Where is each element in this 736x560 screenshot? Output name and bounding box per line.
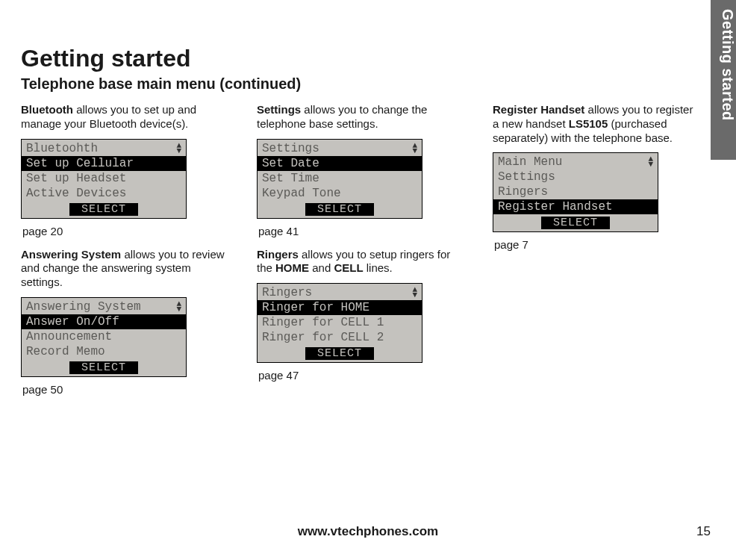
page-ref: page 41 <box>258 225 466 237</box>
menu-item[interactable]: Ringer for CELL 1 <box>258 315 422 330</box>
desc-settings: Settings allows you to change the teleph… <box>257 103 466 131</box>
menu-item[interactable]: Set Date <box>258 156 422 171</box>
section-settings: Settings allows you to change the teleph… <box>257 103 466 237</box>
section-bluetooth: Bluetooth allows you to set up and manag… <box>21 103 230 237</box>
select-button[interactable]: SELECT <box>69 203 138 216</box>
menu-item[interactable]: Set up Headset <box>22 171 186 186</box>
desc-bluetooth: Bluetooth allows you to set up and manag… <box>21 103 230 131</box>
desc-answering: Answering System allows you to review an… <box>21 248 230 290</box>
lcd-mainmenu: Main Menu ▲▼ Settings Ringers Register H… <box>493 152 658 232</box>
updown-icon: ▲▼ <box>648 157 653 167</box>
softkey-row: SELECT <box>258 345 422 362</box>
lcd-bluetooth: Bluetoohth ▲▼ Set up Cellular Set up Hea… <box>21 139 187 219</box>
select-button[interactable]: SELECT <box>305 347 374 360</box>
lcd-title: Main Menu <box>498 155 562 169</box>
menu-item[interactable]: Register Handset <box>493 199 658 214</box>
select-button[interactable]: SELECT <box>305 203 374 216</box>
section-answering: Answering System allows you to review an… <box>21 248 230 396</box>
menu-item[interactable]: Record Memo <box>22 344 186 359</box>
page-title: Getting started <box>21 45 715 72</box>
columns: Bluetooth allows you to set up and manag… <box>21 103 715 406</box>
menu-item[interactable]: Answer On/Off <box>22 314 186 329</box>
lcd-title: Ringers <box>262 286 312 299</box>
content-area: Getting started Telephone base main menu… <box>21 45 715 406</box>
select-button[interactable]: SELECT <box>69 361 138 374</box>
softkey-row: SELECT <box>22 359 186 376</box>
menu-item[interactable]: Ringer for CELL 2 <box>258 330 422 345</box>
menu-item[interactable]: Keypad Tone <box>258 186 422 201</box>
menu-item[interactable]: Set Time <box>258 171 422 186</box>
footer-page-number: 15 <box>696 524 711 539</box>
column-1: Bluetooth allows you to set up and manag… <box>21 103 230 406</box>
lcd-title: Settings <box>262 142 319 155</box>
updown-icon: ▲▼ <box>176 143 181 154</box>
page-subtitle: Telephone base main menu (continued) <box>21 75 715 93</box>
page-ref: page 47 <box>258 369 466 382</box>
menu-item[interactable]: Set up Cellular <box>22 156 186 171</box>
page-ref: page 7 <box>494 238 702 251</box>
select-button[interactable]: SELECT <box>541 217 610 229</box>
updown-icon: ▲▼ <box>412 143 417 154</box>
lcd-settings: Settings ▲▼ Set Date Set Time Keypad Ton… <box>257 139 422 219</box>
softkey-row: SELECT <box>258 201 422 218</box>
lcd-ringers: Ringers ▲▼ Ringer for HOME Ringer for CE… <box>257 283 422 363</box>
page-ref: page 20 <box>22 225 230 237</box>
lcd-title: Bluetoohth <box>26 142 98 155</box>
softkey-row: SELECT <box>22 201 186 218</box>
section-register: Register Handset allows you to register … <box>493 103 702 251</box>
manual-page: Getting started Getting started Telephon… <box>0 0 736 560</box>
menu-item[interactable]: Ringer for HOME <box>258 300 422 315</box>
updown-icon: ▲▼ <box>176 302 181 312</box>
menu-item[interactable]: Active Devices <box>22 186 186 201</box>
lcd-answering: Answering System ▲▼ Answer On/Off Announ… <box>21 297 187 377</box>
desc-register: Register Handset allows you to register … <box>493 103 702 145</box>
page-ref: page 50 <box>22 383 230 396</box>
desc-ringers: Ringers allows you to setup ringers for … <box>257 248 466 276</box>
footer-url: www.vtechphones.com <box>0 524 736 539</box>
column-3: Register Handset allows you to register … <box>493 103 702 406</box>
menu-item[interactable]: Ringers <box>493 184 658 199</box>
softkey-row: SELECT <box>493 214 658 231</box>
updown-icon: ▲▼ <box>412 287 417 298</box>
section-ringers: Ringers allows you to setup ringers for … <box>257 248 466 382</box>
menu-item[interactable]: Settings <box>493 169 658 184</box>
menu-item[interactable]: Announcement <box>22 329 186 344</box>
lcd-title: Answering System <box>26 300 141 314</box>
column-2: Settings allows you to change the teleph… <box>257 103 466 406</box>
